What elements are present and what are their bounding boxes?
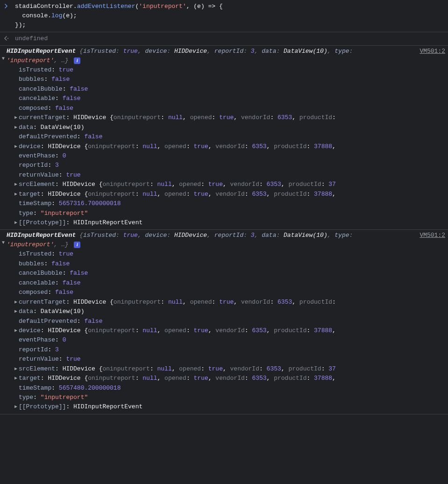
expand-arrow-icon[interactable]: ▶ [14, 326, 19, 335]
property-row: defaultPrevented: false [14, 317, 448, 326]
property-key: currentTarget [19, 114, 66, 121]
property-key: isTrusted [19, 251, 51, 258]
property-key: [[Prototype]] [19, 219, 66, 226]
console-result-row: undefined [0, 32, 448, 46]
property-key: composed [19, 105, 48, 112]
property-value: false [55, 105, 73, 112]
expand-arrow-icon[interactable]: ▶ [14, 364, 19, 374]
property-row[interactable]: ▶[[Prototype]]: HIDInputReportEvent [14, 402, 448, 412]
expand-arrow-icon[interactable]: ▶ [14, 113, 19, 122]
spacer [14, 278, 19, 288]
spacer [14, 151, 19, 161]
prompt-icon [0, 2, 12, 10]
property-row: composed: false [14, 104, 448, 113]
property-key: type [19, 210, 33, 217]
property-value: DataView(10) [41, 308, 85, 315]
property-value: false [84, 318, 102, 325]
property-key: srcElement [19, 181, 55, 188]
property-row[interactable]: ▶currentTarget: HIDDevice {oninputreport… [14, 298, 448, 307]
property-value: true [59, 251, 73, 258]
event-summary[interactable]: HIDInputReportEvent {isTrusted: true, de… [6, 231, 420, 249]
property-key: reportId [19, 162, 48, 169]
expand-arrow-icon[interactable]: ▶ [14, 218, 19, 228]
property-value: false [63, 95, 81, 102]
expand-arrow-icon[interactable]: ▶ [14, 190, 19, 199]
property-value: false [51, 76, 70, 83]
source-link[interactable]: VM501:2 [420, 231, 448, 240]
property-key: cancelBubble [19, 270, 63, 277]
property-value: HIDDevice {oninputreport: null, opened: … [48, 143, 335, 150]
property-row[interactable]: ▶srcElement: HIDDevice {oninputreport: n… [14, 180, 448, 189]
spacer [14, 259, 19, 269]
property-row[interactable]: ▶device: HIDDevice {oninputreport: null,… [14, 326, 448, 335]
property-value: HIDDevice {oninputreport: null, opened: … [48, 191, 335, 198]
property-row[interactable]: ▶srcElement: HIDDevice {oninputreport: n… [14, 364, 448, 374]
property-key: timeStamp [19, 200, 51, 207]
property-row: eventPhase: 0 [14, 335, 448, 345]
property-key: cancelBubble [19, 85, 63, 93]
spacer [14, 65, 19, 75]
property-row[interactable]: ▶data: DataView(10) [14, 307, 448, 316]
spacer [14, 317, 19, 326]
property-row: returnValue: true [14, 355, 448, 364]
property-value: false [55, 289, 73, 296]
spacer [14, 171, 19, 180]
property-list: isTrusted: true bubbles: false cancelBub… [14, 249, 448, 412]
info-icon[interactable]: i [74, 242, 80, 248]
spacer [14, 335, 19, 345]
property-key: data [19, 124, 33, 131]
expand-arrow-icon[interactable]: ▶ [14, 402, 19, 412]
property-value: 3 [55, 162, 59, 169]
console-log-entry: VM501:2▼HIDInputReportEvent {isTrusted: … [0, 230, 448, 414]
expand-arrow-icon[interactable]: ▼ [0, 231, 6, 248]
property-row: type: "inputreport" [14, 393, 448, 402]
expand-arrow-icon[interactable]: ▶ [14, 142, 19, 151]
code-close: }); [15, 21, 26, 28]
property-key: timeStamp [19, 384, 51, 391]
property-row[interactable]: ▶target: HIDDevice {oninputreport: null,… [14, 190, 448, 199]
spacer [14, 345, 19, 355]
property-key: defaultPrevented [19, 318, 77, 325]
property-row: returnValue: true [14, 171, 448, 180]
spacer [14, 85, 19, 94]
property-row[interactable]: ▶[[Prototype]]: HIDInputReportEvent [14, 218, 448, 228]
property-value: "inputreport" [41, 210, 88, 217]
property-value: true [59, 66, 73, 73]
property-row[interactable]: ▶currentTarget: HIDDevice {oninputreport… [14, 113, 448, 122]
spacer [14, 249, 19, 259]
property-key: eventPhase [19, 152, 55, 159]
property-key: composed [19, 289, 48, 296]
undefined-value: undefined [15, 35, 48, 42]
property-key: target [19, 191, 41, 198]
console-input-row[interactable]: stadiaController.addEventListener('input… [0, 0, 448, 32]
property-row: bubbles: false [14, 259, 448, 269]
event-summary[interactable]: HIDInputReportEvent {isTrusted: true, de… [6, 47, 420, 65]
property-value: 5657316.700000018 [59, 200, 121, 207]
spacer [14, 269, 19, 278]
expand-arrow-icon[interactable]: ▶ [14, 307, 19, 316]
property-row[interactable]: ▶device: HIDDevice {oninputreport: null,… [14, 142, 448, 151]
expand-arrow-icon[interactable]: ▶ [14, 298, 19, 307]
spacer [14, 132, 19, 142]
source-link[interactable]: VM501:2 [420, 47, 448, 56]
expand-arrow-icon[interactable]: ▶ [14, 180, 19, 189]
property-key: type [19, 394, 33, 401]
info-icon[interactable]: i [74, 57, 80, 64]
property-row: isTrusted: true [14, 65, 448, 75]
property-key: eventPhase [19, 337, 55, 344]
property-key: returnValue [19, 356, 59, 363]
expand-arrow-icon[interactable]: ▶ [14, 374, 19, 383]
property-key: currentTarget [19, 299, 66, 306]
spacer [14, 384, 19, 393]
property-value: false [63, 279, 81, 286]
svg-point-0 [7, 38, 8, 39]
property-value: true [66, 171, 80, 178]
spacer [14, 104, 19, 113]
property-value: "inputreport" [41, 394, 88, 401]
expand-arrow-icon[interactable]: ▶ [14, 123, 19, 132]
property-row[interactable]: ▶target: HIDDevice {oninputreport: null,… [14, 374, 448, 383]
property-key: bubbles [19, 76, 44, 83]
property-row[interactable]: ▶data: DataView(10) [14, 123, 448, 132]
property-value: 0 [63, 337, 66, 344]
expand-arrow-icon[interactable]: ▼ [0, 47, 6, 64]
